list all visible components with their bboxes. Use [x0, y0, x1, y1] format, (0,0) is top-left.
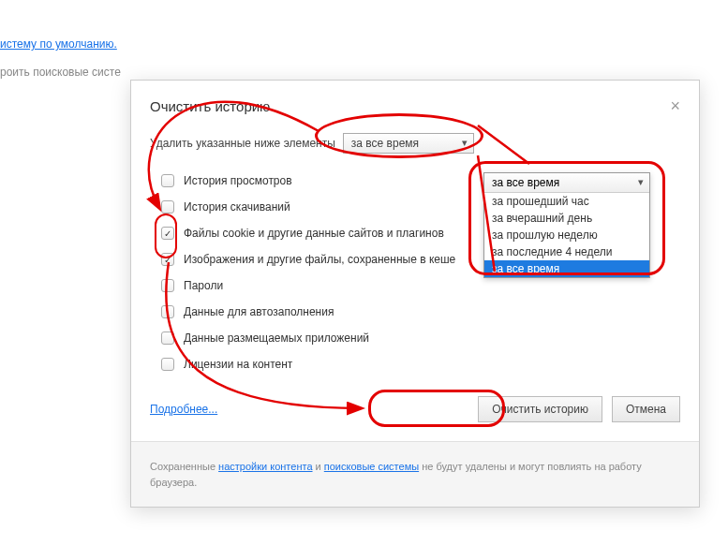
dropdown-option[interactable]: за прошедший час [484, 193, 649, 210]
dropdown-option[interactable]: за последние 4 недели [484, 243, 649, 260]
dialog-header: Очистить историю × [131, 81, 699, 124]
time-range-dropdown-open: за все время за прошедший часза вчерашни… [483, 172, 650, 278]
dropdown-option[interactable]: за все время [484, 260, 649, 277]
dialog-title: Очистить историю [150, 98, 270, 114]
checkbox-label: История просмотров [184, 174, 292, 187]
checkbox[interactable] [161, 174, 174, 187]
dropdown-selected[interactable]: за все время [484, 173, 649, 193]
prompt-text: Удалить указанные ниже элементы [150, 137, 335, 150]
checkbox-label: Изображения и другие файлы, сохраненные … [184, 253, 455, 266]
checkbox[interactable] [161, 358, 174, 371]
checkbox-label: История скачиваний [184, 200, 290, 214]
checkbox[interactable] [161, 305, 174, 318]
actions-row: Подробнее... Очистить историю Отмена [150, 396, 680, 422]
check-row[interactable]: Данные размещаемых приложений [161, 325, 680, 351]
checkbox-label: Лицензии на контент [184, 358, 292, 371]
close-icon[interactable]: × [670, 97, 680, 114]
checkbox[interactable] [161, 200, 174, 214]
checkbox-label: Файлы cookie и другие данные сайтов и пл… [184, 227, 444, 240]
dropdown-option[interactable]: за вчерашний день [484, 210, 649, 227]
dialog-footer: Сохраненные настройки контента и поисков… [131, 441, 699, 507]
checkbox-label: Данные размещаемых приложений [184, 332, 369, 345]
clear-history-dialog: Очистить историю × Удалить указанные ниж… [130, 80, 700, 508]
footer-link-search[interactable]: поисковые системы [324, 461, 419, 472]
prompt-row: Удалить указанные ниже элементы за все в… [150, 133, 680, 154]
checkbox[interactable] [161, 279, 174, 292]
checkbox[interactable] [161, 227, 174, 240]
background-link-search: роить поисковые систе [0, 66, 121, 79]
time-range-select[interactable]: за все время [343, 133, 474, 154]
footer-text-pre: Сохраненные [150, 461, 218, 472]
more-link[interactable]: Подробнее... [150, 403, 217, 416]
checkbox-label: Данные для автозаполнения [184, 305, 334, 318]
footer-link-content[interactable]: настройки контента [218, 461, 312, 472]
clear-history-button[interactable]: Очистить историю [478, 396, 602, 422]
dialog-body: Удалить указанные ниже элементы за все в… [131, 124, 699, 441]
check-row[interactable]: Данные для автозаполнения [161, 299, 680, 325]
cancel-button[interactable]: Отмена [612, 396, 680, 422]
background-link-default[interactable]: истему по умолчанию. [0, 37, 117, 51]
checkbox[interactable] [161, 332, 174, 345]
dropdown-option[interactable]: за прошлую неделю [484, 227, 649, 243]
checkbox[interactable] [161, 253, 174, 266]
checkbox-label: Пароли [184, 279, 223, 292]
footer-text-mid: и [313, 461, 324, 472]
check-row[interactable]: Лицензии на контент [161, 351, 680, 377]
